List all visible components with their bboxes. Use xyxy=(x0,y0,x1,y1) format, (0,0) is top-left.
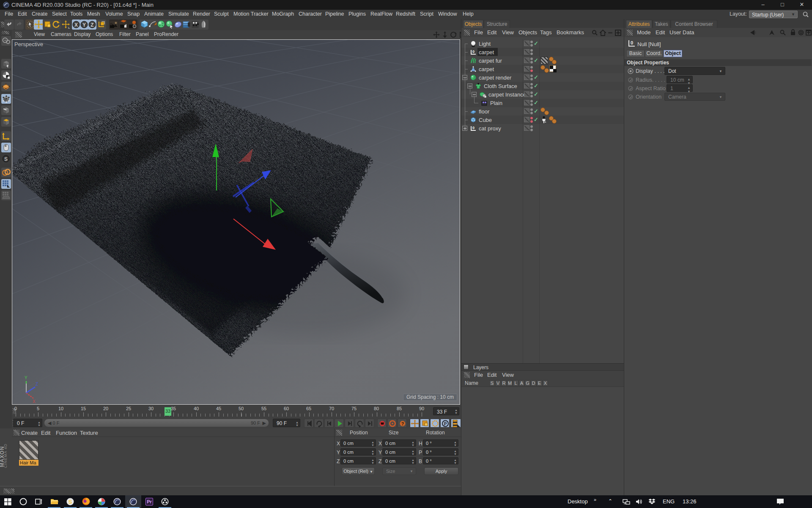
svg-text:X: X xyxy=(33,399,36,404)
svg-text:Z: Z xyxy=(91,22,93,28)
svg-text:0: 0 xyxy=(631,40,633,45)
svg-text:S: S xyxy=(4,156,8,162)
svg-text:X: X xyxy=(74,22,78,28)
svg-text:Z: Z xyxy=(36,382,38,387)
svg-text:Y: Y xyxy=(25,375,27,380)
svg-text:?: ? xyxy=(401,422,404,426)
svg-text:S: S xyxy=(69,499,72,505)
svg-text:Y: Y xyxy=(82,22,86,28)
svg-text:0: 0 xyxy=(472,126,475,130)
svg-text:0: 0 xyxy=(472,50,475,54)
svg-text:P: P xyxy=(444,422,447,426)
